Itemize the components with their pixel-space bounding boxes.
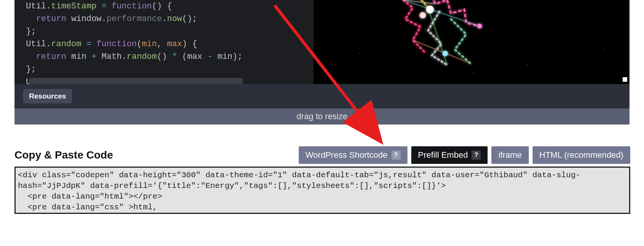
- svg-point-4: [527, 65, 528, 65]
- tab-label: Prefill Embed: [418, 150, 468, 160]
- result-preview[interactable]: [314, 0, 630, 84]
- code-line: };: [26, 25, 291, 38]
- svg-point-17: [477, 24, 482, 28]
- svg-point-7: [603, 49, 604, 50]
- code-line: };: [26, 63, 291, 76]
- editor-scrollbar-thumb[interactable]: [29, 78, 243, 84]
- pen-panel: Util.timeStamp = function() { return win…: [14, 0, 630, 125]
- editor-footer: Resources: [14, 84, 630, 108]
- drag-bar-label: drag to resize: [296, 112, 347, 121]
- tab-label: iframe: [498, 150, 522, 160]
- code-line: return min + Math.random() * (max - min)…: [26, 50, 291, 63]
- svg-point-6: [473, 72, 474, 73]
- svg-point-14: [426, 6, 434, 13]
- code-line: Util.random = function(min, max) {: [26, 38, 291, 50]
- tab-iframe[interactable]: iframe: [491, 146, 528, 164]
- embed-tabs: WordPress Shortcode?Prefill Embed?iframe…: [299, 146, 630, 164]
- svg-point-9: [565, 30, 566, 31]
- preview-resize-handle[interactable]: [623, 77, 627, 82]
- svg-point-2: [359, 53, 360, 54]
- help-icon[interactable]: ?: [472, 151, 481, 160]
- code-line: return window.performance.now();: [26, 13, 291, 25]
- tab-prefill-embed[interactable]: Prefill Embed?: [411, 146, 488, 164]
- svg-rect-0: [314, 0, 626, 76]
- code-line: Util.timeStamp = function() {: [26, 0, 291, 13]
- svg-point-8: [344, 34, 345, 35]
- tab-wordpress-shortcode[interactable]: WordPress Shortcode?: [299, 146, 407, 164]
- js-editor[interactable]: Util.timeStamp = function() { return win…: [14, 0, 298, 84]
- svg-point-15: [420, 12, 426, 18]
- tab-html-recommended[interactable]: HTML (recommended): [533, 146, 630, 164]
- drag-to-resize-bar[interactable]: drag to resize: [14, 108, 630, 125]
- tab-label: WordPress Shortcode: [306, 150, 388, 160]
- embed-code-textarea[interactable]: <div class="codepen" data-height="300" d…: [14, 167, 630, 214]
- svg-point-16: [443, 51, 448, 56]
- tab-label: HTML (recommended): [539, 150, 623, 160]
- resources-button[interactable]: Resources: [23, 89, 72, 104]
- copy-paste-heading: Copy & Paste Code: [14, 149, 113, 161]
- help-icon[interactable]: ?: [391, 151, 401, 160]
